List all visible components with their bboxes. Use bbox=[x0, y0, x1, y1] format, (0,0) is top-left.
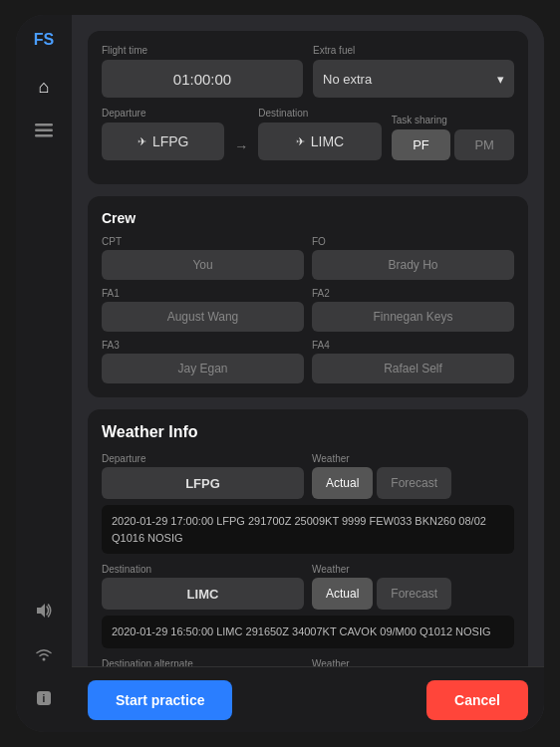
fa3-label: FA3 bbox=[102, 340, 304, 351]
sidebar-item-speaker[interactable] bbox=[26, 593, 62, 628]
fa2-value: Finnegan Keys bbox=[312, 302, 514, 332]
task-sharing-group: Task sharing PF PM bbox=[392, 115, 514, 160]
cancel-button[interactable]: Cancel bbox=[426, 680, 528, 720]
flighttime-label: Flight time bbox=[102, 45, 303, 56]
route-arrow-icon: → bbox=[234, 138, 248, 154]
plane-depart-icon: ✈ bbox=[138, 135, 146, 148]
sidebar-item-list[interactable] bbox=[26, 113, 62, 148]
svg-rect-1 bbox=[35, 129, 53, 132]
departure-weather-data: 2020-01-29 17:00:00 LFPG 291700Z 25009KT… bbox=[102, 505, 514, 554]
cpt-value: You bbox=[102, 250, 304, 280]
start-practice-button[interactable]: Start practice bbox=[88, 680, 232, 720]
destination-label: Destination bbox=[258, 108, 381, 119]
fa2-label: FA2 bbox=[312, 288, 514, 299]
flighttime-group: Flight time 01:00:00 bbox=[102, 45, 303, 98]
destination-actual-button[interactable]: Actual bbox=[312, 578, 373, 610]
fa1-field: FA1 August Wang bbox=[102, 288, 304, 332]
fa1-label: FA1 bbox=[102, 288, 304, 299]
departure-forecast-button[interactable]: Forecast bbox=[377, 467, 451, 499]
svg-point-4 bbox=[43, 658, 46, 661]
task-sharing-toggle: PF PM bbox=[392, 129, 514, 160]
extrafuel-group: Extra fuel No extra ▾ bbox=[313, 45, 514, 98]
plane-arrive-icon: ✈ bbox=[296, 135, 305, 148]
footer-bar: Start practice Cancel bbox=[72, 666, 544, 732]
flighttime-value: 01:00:00 bbox=[102, 60, 303, 98]
svg-rect-0 bbox=[35, 124, 53, 126]
departure-value[interactable]: ✈ LFPG bbox=[102, 123, 224, 160]
departure-weather-type-label: Weather bbox=[312, 453, 514, 464]
extrafuel-value: No extra bbox=[323, 72, 372, 87]
destination-value[interactable]: ✈ LIMC bbox=[258, 123, 381, 160]
sidebar-item-wifi[interactable] bbox=[26, 636, 62, 672]
extrafuel-label: Extra fuel bbox=[313, 45, 514, 56]
fa3-value: Jay Egan bbox=[102, 354, 304, 383]
crew-section: Crew CPT You FO Brady Ho FA1 August Wang… bbox=[88, 196, 528, 397]
destination-weather-airport: LIMC bbox=[102, 578, 304, 610]
sidebar-item-info[interactable]: i bbox=[26, 680, 62, 716]
fo-field: FO Brady Ho bbox=[312, 236, 514, 280]
fa1-value: August Wang bbox=[102, 302, 304, 332]
fa3-field: FA3 Jay Egan bbox=[102, 340, 304, 383]
destination-forecast-button[interactable]: Forecast bbox=[377, 578, 451, 610]
svg-rect-2 bbox=[35, 134, 53, 137]
departure-weather-row: Departure LFPG Weather Actual Forecast 2… bbox=[102, 453, 514, 554]
fa4-field: FA4 Rafael Self bbox=[312, 340, 514, 383]
destination-weather-label: Destination bbox=[102, 564, 304, 575]
departure-weather-airport: LFPG bbox=[102, 467, 304, 499]
task-sharing-label: Task sharing bbox=[392, 115, 514, 125]
sidebar-item-home[interactable]: ⌂ bbox=[26, 69, 62, 105]
extrafuel-select[interactable]: No extra ▾ bbox=[313, 60, 514, 98]
departure-weather-airport-field: Departure LFPG bbox=[102, 453, 304, 499]
destination-weather-type-label: Weather bbox=[312, 564, 514, 575]
task-pm-button[interactable]: PM bbox=[454, 129, 514, 160]
destination-weather-airport-field: Destination LIMC bbox=[102, 564, 304, 610]
sidebar: FS ⌂ bbox=[16, 15, 72, 732]
chevron-down-icon: ▾ bbox=[497, 72, 504, 87]
departure-weather-toggle: Actual Forecast bbox=[312, 467, 514, 499]
crew-grid: CPT You FO Brady Ho FA1 August Wang FA2 … bbox=[102, 236, 514, 383]
destination-weather-row: Destination LIMC Weather Actual Forecast… bbox=[102, 564, 514, 648]
svg-text:i: i bbox=[43, 693, 46, 704]
crew-title: Crew bbox=[102, 210, 514, 226]
departure-weather-label: Departure bbox=[102, 453, 304, 464]
cpt-label: CPT bbox=[102, 236, 304, 247]
weather-title: Weather Info bbox=[102, 423, 514, 441]
destination-weather-header: Destination LIMC Weather Actual Forecast bbox=[102, 564, 514, 610]
flight-info-card: Flight time 01:00:00 Extra fuel No extra… bbox=[88, 31, 528, 184]
fo-value: Brady Ho bbox=[312, 250, 514, 280]
destination-weather-data: 2020-01-29 16:50:00 LIMC 291650Z 34007KT… bbox=[102, 616, 514, 648]
departure-weather-header: Departure LFPG Weather Actual Forecast bbox=[102, 453, 514, 499]
departure-actual-button[interactable]: Actual bbox=[312, 467, 373, 499]
departure-label: Departure bbox=[102, 108, 224, 119]
destination-weather-toggle: Actual Forecast bbox=[312, 578, 514, 610]
svg-marker-3 bbox=[37, 604, 45, 618]
departure-field: Departure ✈ LFPG bbox=[102, 108, 224, 160]
fa4-label: FA4 bbox=[312, 340, 514, 351]
sidebar-logo: FS bbox=[34, 31, 54, 49]
fa4-value: Rafael Self bbox=[312, 354, 514, 383]
fo-label: FO bbox=[312, 236, 514, 247]
cpt-field: CPT You bbox=[102, 236, 304, 280]
tablet-frame: FS ⌂ bbox=[16, 15, 544, 732]
destination-field: Destination ✈ LIMC bbox=[258, 108, 381, 160]
task-pf-button[interactable]: PF bbox=[392, 129, 451, 160]
main-content: Flight time 01:00:00 Extra fuel No extra… bbox=[72, 15, 544, 732]
fa2-field: FA2 Finnegan Keys bbox=[312, 288, 514, 332]
